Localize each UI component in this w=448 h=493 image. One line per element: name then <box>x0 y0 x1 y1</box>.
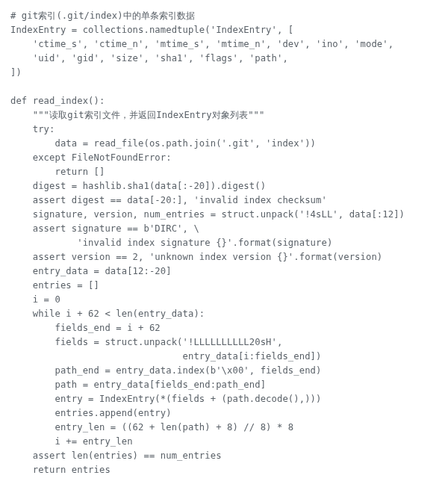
code-block: # git索引(.git/index)中的单条索引数据 IndexEntry =… <box>0 0 448 486</box>
